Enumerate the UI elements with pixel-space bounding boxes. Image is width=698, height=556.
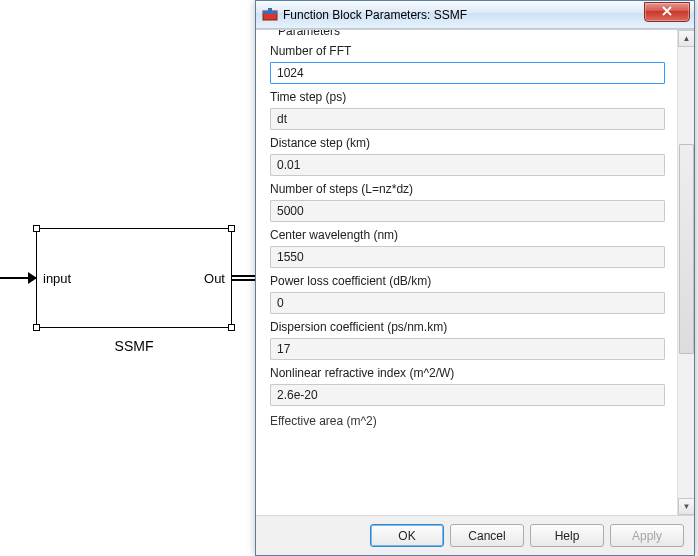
scroll-down-button[interactable]: ▼ (678, 498, 694, 515)
ssmf-block[interactable]: input Out SSMF (36, 228, 232, 328)
param-label: Distance step (km) (270, 136, 665, 150)
param-effective-area-cut: Effective area (m^2) (270, 412, 665, 426)
param-label: Dispersion coefficient (ps/nm.km) (270, 320, 665, 334)
svg-rect-1 (263, 11, 277, 14)
param-label: Power loss coefficient (dB/km) (270, 274, 665, 288)
button-bar: OK Cancel Help Apply (256, 515, 694, 555)
param-dispersion: Dispersion coefficient (ps/nm.km) (270, 320, 665, 360)
help-button[interactable]: Help (530, 524, 604, 547)
param-label: Center wavelength (nm) (270, 228, 665, 242)
svg-rect-2 (268, 8, 272, 11)
param-input-number-of-steps[interactable] (270, 200, 665, 222)
button-label: Apply (632, 529, 662, 543)
titlebar[interactable]: Function Block Parameters: SSMF (256, 1, 694, 29)
param-input-nonlinear-index[interactable] (270, 384, 665, 406)
param-number-of-steps: Number of steps (L=nz*dz) (270, 182, 665, 222)
ok-button[interactable]: OK (370, 524, 444, 547)
param-distance-step: Distance step (km) (270, 136, 665, 176)
scroll-thumb[interactable] (679, 144, 694, 354)
group-label: Parameters (278, 30, 665, 38)
param-label: Number of FFT (270, 44, 665, 58)
param-power-loss: Power loss coefficient (dB/km) (270, 274, 665, 314)
param-label: Effective area (m^2) (270, 414, 665, 428)
dialog-content: Parameters Number of FFT Time step (ps) … (256, 29, 694, 515)
button-label: OK (398, 529, 415, 543)
block-name-label[interactable]: SSMF (36, 338, 232, 354)
simulink-canvas[interactable]: input Out SSMF (0, 0, 260, 556)
button-label: Cancel (468, 529, 505, 543)
resize-handle-bl[interactable] (33, 324, 40, 331)
resize-handle-br[interactable] (228, 324, 235, 331)
vertical-scrollbar[interactable]: ▲ ▼ (677, 30, 694, 515)
param-input-center-wavelength[interactable] (270, 246, 665, 268)
parameters-dialog: Function Block Parameters: SSMF Paramete… (255, 0, 695, 556)
parameters-panel: Parameters Number of FFT Time step (ps) … (256, 30, 677, 515)
param-time-step: Time step (ps) (270, 90, 665, 130)
output-port-label: Out (204, 271, 225, 286)
param-nonlinear-index: Nonlinear refractive index (m^2/W) (270, 366, 665, 406)
resize-handle-tr[interactable] (228, 225, 235, 232)
dialog-title: Function Block Parameters: SSMF (283, 8, 644, 22)
cancel-button[interactable]: Cancel (450, 524, 524, 547)
close-icon (662, 5, 672, 19)
simulink-icon (262, 7, 278, 23)
param-input-dispersion[interactable] (270, 338, 665, 360)
input-port-label: input (43, 271, 71, 286)
param-input-distance-step[interactable] (270, 154, 665, 176)
block-body[interactable]: input Out (36, 228, 232, 328)
scroll-up-button[interactable]: ▲ (678, 30, 694, 47)
param-center-wavelength: Center wavelength (nm) (270, 228, 665, 268)
param-input-power-loss[interactable] (270, 292, 665, 314)
param-input-time-step[interactable] (270, 108, 665, 130)
param-label: Nonlinear refractive index (m^2/W) (270, 366, 665, 380)
close-button[interactable] (644, 2, 690, 22)
param-label: Number of steps (L=nz*dz) (270, 182, 665, 196)
signal-arrow-in (0, 277, 36, 279)
resize-handle-tl[interactable] (33, 225, 40, 232)
param-input-number-of-fft[interactable] (270, 62, 665, 84)
button-label: Help (555, 529, 580, 543)
param-number-of-fft: Number of FFT (270, 44, 665, 84)
apply-button[interactable]: Apply (610, 524, 684, 547)
param-label: Time step (ps) (270, 90, 665, 104)
